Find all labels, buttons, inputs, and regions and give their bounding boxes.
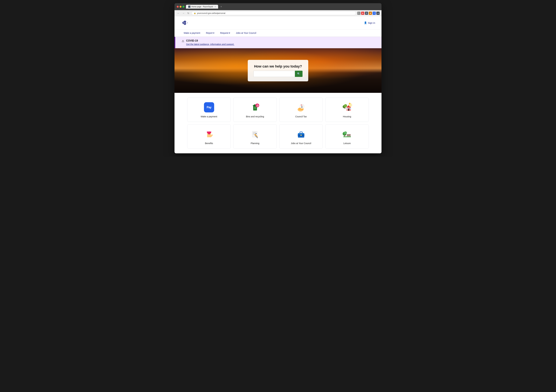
user-icon: 👤 xyxy=(364,21,367,24)
card-leisure[interactable]: Leisure xyxy=(325,124,369,149)
svg-rect-23 xyxy=(347,108,348,109)
card-label-council-tax: Council Tax xyxy=(282,115,320,118)
browser-titlebar: Home page - RazorSquid ✕ + xyxy=(175,3,381,10)
traffic-lights xyxy=(177,6,184,8)
card-icon-benefits xyxy=(203,128,215,140)
address-bar[interactable]: 🔒 yourcouncil.gov.uk/butpersonal xyxy=(191,11,356,15)
svg-rect-46 xyxy=(347,134,348,137)
quick-links-grid-row1: Pay Make a payment xyxy=(187,98,369,122)
quick-links-grid-row2: Benefits xyxy=(187,124,369,149)
card-icon-payment: Pay xyxy=(203,102,215,113)
svg-rect-48 xyxy=(349,134,349,137)
nav-item-request[interactable]: Request ▾ xyxy=(217,30,233,37)
ext-icon-6: ▤ xyxy=(376,12,379,15)
ext-icon-3: ⊞ xyxy=(365,12,368,15)
svg-point-52 xyxy=(344,131,347,134)
ext-icon-4: ◆ xyxy=(369,12,372,15)
minimize-button[interactable] xyxy=(180,6,182,8)
ext-icon-1: G xyxy=(357,12,361,15)
nav-link-payment[interactable]: Make a payment xyxy=(181,30,203,37)
svg-text:4: 4 xyxy=(187,22,188,23)
planning-icon xyxy=(250,129,260,139)
housing-icon: £ £ xyxy=(342,102,352,112)
nav-item-payment[interactable]: Make a payment xyxy=(181,30,203,37)
svg-rect-42 xyxy=(298,133,300,134)
ext-icon-2: ◉ xyxy=(361,12,364,15)
covid-link[interactable]: Get the latest guidance, information and… xyxy=(186,43,234,46)
logo-container: 4 ieg xyxy=(181,19,190,27)
nav-item-jobs[interactable]: Jobs at Your Council xyxy=(233,30,259,37)
card-label-jobs: Jobs at Your Council xyxy=(282,142,320,145)
back-button[interactable]: ← xyxy=(177,12,180,15)
covid-banner: ⚠ COVID-19 Get the latest guidance, info… xyxy=(175,37,381,48)
card-icon-housing: £ £ xyxy=(341,102,353,113)
covid-content: COVID-19 Get the latest guidance, inform… xyxy=(186,39,234,46)
card-label-benefits: Benefits xyxy=(190,142,228,145)
covid-title: COVID-19 xyxy=(186,39,234,42)
sign-in-button[interactable]: 👤 Sign in xyxy=(364,21,375,24)
card-make-a-payment[interactable]: Pay Make a payment xyxy=(187,98,231,122)
svg-rect-22 xyxy=(348,108,349,111)
card-label-bins: Bins and recycling xyxy=(236,115,274,118)
card-planning[interactable]: Planning xyxy=(233,124,277,149)
card-benefits[interactable]: Benefits xyxy=(187,124,231,149)
search-button[interactable]: 🔍 xyxy=(295,71,302,77)
sign-in-label: Sign in xyxy=(368,22,375,24)
maximize-button[interactable] xyxy=(182,6,184,8)
svg-rect-47 xyxy=(348,134,348,137)
forward-button[interactable]: → xyxy=(182,12,185,15)
site-logo: 4 ieg xyxy=(181,19,190,27)
card-label-housing: Housing xyxy=(328,115,366,118)
svg-point-18 xyxy=(344,104,347,107)
new-tab-button[interactable]: + xyxy=(220,5,222,8)
card-council-tax[interactable]: % £ Council Tax xyxy=(279,98,323,122)
card-icon-bins xyxy=(249,102,261,113)
jobs-icon xyxy=(296,129,306,139)
lock-icon: 🔒 xyxy=(194,12,196,14)
card-bins-recycling[interactable]: Bins and recycling xyxy=(233,98,277,122)
card-jobs[interactable]: Jobs at Your Council xyxy=(279,124,323,149)
card-label-planning: Planning xyxy=(236,142,274,145)
svg-rect-53 xyxy=(345,134,346,135)
hero-section: How can we help you today? 🔍 xyxy=(175,48,381,93)
pay-icon: Pay xyxy=(204,102,214,112)
svg-text:ieg: ieg xyxy=(183,22,185,23)
svg-rect-49 xyxy=(350,134,350,137)
nav-link-jobs[interactable]: Jobs at Your Council xyxy=(233,30,259,37)
card-icon-planning xyxy=(249,128,261,140)
card-housing[interactable]: £ £ Housing xyxy=(325,98,369,122)
site-header: 4 ieg 👤 Sign in xyxy=(175,16,381,30)
search-box: How can we help you today? 🔍 xyxy=(248,60,308,81)
svg-text:£: £ xyxy=(349,103,350,104)
refresh-button[interactable]: ↻ xyxy=(187,12,190,15)
quick-links-section: Pay Make a payment xyxy=(175,93,381,153)
tab-favicon xyxy=(188,6,190,8)
svg-rect-24 xyxy=(350,108,351,109)
search-row: 🔍 xyxy=(254,71,302,77)
url-text: yourcouncil.gov.uk/butpersonal xyxy=(197,12,225,14)
close-button[interactable] xyxy=(177,6,179,8)
nav-item-report[interactable]: Report ▾ xyxy=(203,30,217,37)
browser-extensions: G ◉ ⊞ ◆ W ▤ xyxy=(357,12,379,15)
warning-icon: ⚠ xyxy=(182,39,184,43)
website-content: 4 ieg 👤 Sign in Make a payment Report ▾ … xyxy=(175,16,381,153)
card-label-leisure: Leisure xyxy=(328,142,366,145)
search-title: How can we help you today? xyxy=(254,64,302,69)
svg-rect-41 xyxy=(301,135,302,136)
nav-link-request[interactable]: Request ▾ xyxy=(217,30,233,37)
tab-close-icon[interactable]: ✕ xyxy=(215,6,216,8)
nav-link-report[interactable]: Report ▾ xyxy=(203,30,217,37)
svg-rect-40 xyxy=(300,132,302,133)
browser-navbar: ← → ↻ 🔒 yourcouncil.gov.uk/butpersonal G… xyxy=(175,10,381,16)
card-label-payment: Make a payment xyxy=(190,115,228,118)
search-input[interactable] xyxy=(254,71,295,77)
svg-rect-30 xyxy=(253,132,256,132)
ext-icon-5: W xyxy=(373,12,376,15)
search-icon: 🔍 xyxy=(297,72,300,75)
browser-tab[interactable]: Home page - RazorSquid ✕ xyxy=(186,5,218,9)
bins-recycling-icon xyxy=(250,102,260,112)
card-icon-jobs xyxy=(295,128,307,140)
site-navigation: Make a payment Report ▾ Request ▾ Jobs a… xyxy=(175,30,381,37)
browser-window: Home page - RazorSquid ✕ + ← → ↻ 🔒 yourc… xyxy=(175,3,381,153)
leisure-icon xyxy=(342,129,352,139)
